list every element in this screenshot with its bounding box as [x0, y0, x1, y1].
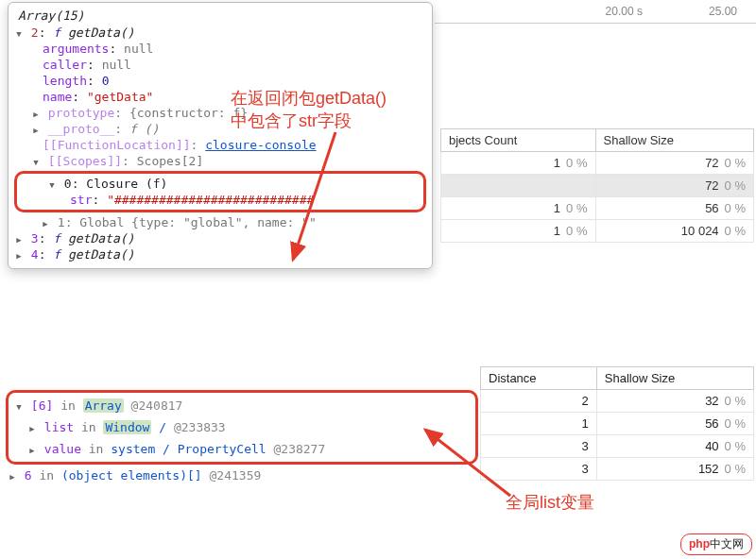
table-row: 10 %560 %	[441, 197, 754, 220]
col-distance[interactable]: Distance	[481, 367, 597, 390]
in-keyword: in	[89, 442, 104, 456]
prop-value: null	[102, 58, 131, 72]
in-keyword: in	[39, 468, 54, 483]
prop-caller: caller: null	[14, 57, 426, 73]
prop-arguments: arguments: null	[14, 41, 426, 57]
expand-toggle-icon[interactable]	[47, 177, 57, 191]
function-keyword: f	[53, 231, 60, 246]
in-keyword: in	[81, 420, 96, 434]
highlighted-closure-scope: 0: Closure (f) str: "###################…	[14, 171, 426, 212]
table-row: 3400 %	[481, 435, 754, 458]
object-inspector-popup: Array(15) 2: f getData() arguments: null…	[8, 2, 433, 269]
array-index: 4	[31, 247, 39, 262]
retainers-table[interactable]: Distance Shallow Size 2320 % 1560 % 3400…	[480, 366, 754, 481]
logo-text: 中文网	[710, 537, 744, 551]
expand-toggle-icon[interactable]	[14, 247, 24, 262]
timeline-ruler: 20.00 s 25.00	[435, 0, 756, 24]
scope-0[interactable]: 0: Closure (f)	[21, 176, 420, 192]
prop-key: caller	[43, 58, 87, 72]
array-entry-3[interactable]: 3: f getData()	[14, 230, 426, 246]
scope-1[interactable]: 1: Global {type: "global", name: ""	[14, 214, 426, 230]
expand-toggle-icon[interactable]	[31, 106, 41, 120]
prop-key: length	[43, 74, 87, 88]
retainer-key: 6	[25, 468, 32, 483]
prop-key: __proto__	[48, 122, 114, 136]
object-link[interactable]: system / PropertyCell	[111, 442, 266, 456]
retainer-row[interactable]: list in Window / @233833	[12, 416, 472, 438]
watermark-logo: php中文网	[680, 534, 752, 555]
table-row: 10 %720 %	[441, 152, 754, 175]
array-entry-2[interactable]: 2: f getData()	[14, 25, 426, 41]
timeline-tick: 20.00 s	[606, 5, 643, 18]
retainer-index: [6]	[31, 398, 53, 413]
prop-scopes[interactable]: [[Scopes]]: Scopes[2]	[14, 153, 426, 169]
prop-value: null	[124, 42, 153, 56]
array-index: 2	[31, 25, 39, 40]
col-objects-count[interactable]: bjects Count	[441, 129, 596, 152]
object-link[interactable]: Window	[103, 420, 151, 434]
function-name: getData()	[68, 25, 134, 40]
expand-toggle-icon[interactable]	[14, 25, 24, 40]
annotation-closure-note: 在返回闭包getData() 中包含了str字段	[231, 87, 387, 132]
retainer-key: list	[44, 420, 74, 434]
prop-value: Scopes[2]	[137, 154, 203, 168]
expand-toggle-icon[interactable]	[8, 468, 17, 483]
prop-value: f ()	[129, 122, 159, 136]
expand-toggle-icon[interactable]	[14, 231, 24, 246]
object-id: @233833	[174, 420, 226, 434]
table-row: 31520 %	[481, 458, 754, 481]
prop-key: [[FunctionLocation]]	[43, 138, 191, 152]
prop-key: arguments	[43, 42, 109, 56]
in-keyword: in	[60, 398, 76, 413]
retainer-key: value	[44, 442, 81, 456]
prop-key: str	[70, 193, 92, 207]
annotation-global-list: 全局list变量	[506, 491, 594, 514]
prop-key: name	[43, 90, 72, 104]
prop-value: "getData"	[87, 90, 153, 104]
expand-toggle-icon[interactable]	[31, 122, 41, 136]
expand-toggle-icon[interactable]	[41, 215, 50, 229]
highlighted-retainer-group: [6] in Array @240817 list in Window / @2…	[6, 390, 478, 465]
table-row: 1560 %	[481, 413, 754, 435]
scope-label: 1: Global {type: "global", name: ""	[58, 215, 317, 229]
table-row: 720 %	[441, 175, 754, 197]
prop-key: prototype	[48, 106, 114, 120]
source-link[interactable]: closure-console	[205, 138, 316, 152]
prop-value: 0	[102, 74, 110, 88]
retainers-tree[interactable]: [6] in Array @240817 list in Window / @2…	[6, 390, 478, 486]
object-link[interactable]: (object elements)[]	[61, 468, 202, 483]
expand-toggle-icon[interactable]	[27, 442, 37, 456]
array-entry-4[interactable]: 4: f getData()	[14, 246, 426, 263]
scope-label: 0: Closure (f)	[64, 177, 168, 191]
prop-value: "###########################	[107, 193, 314, 207]
col-shallow-size[interactable]: Shallow Size	[595, 129, 754, 152]
expand-toggle-icon[interactable]	[31, 154, 41, 168]
expand-toggle-icon[interactable]	[14, 398, 24, 413]
table-row: 2320 %	[481, 390, 754, 413]
function-name: getData()	[68, 247, 134, 262]
memory-summary-table[interactable]: bjects Count Shallow Size 10 %720 % 720 …	[440, 128, 754, 243]
object-id: @238277	[273, 442, 325, 456]
object-link[interactable]: Array	[83, 398, 124, 413]
function-name: getData()	[68, 231, 134, 246]
scope-0-str: str: "###########################	[21, 192, 420, 208]
function-keyword: f	[53, 25, 60, 40]
table-row: 10 %10 0240 %	[441, 220, 754, 243]
prop-function-location: [[FunctionLocation]]: closure-console	[14, 137, 426, 153]
object-id: @241359	[210, 468, 262, 483]
prop-key: [[Scopes]]	[48, 154, 122, 168]
expand-toggle-icon[interactable]	[27, 420, 37, 434]
object-id: @240817	[131, 398, 183, 413]
col-shallow-size[interactable]: Shallow Size	[596, 367, 753, 390]
array-index: 3	[31, 231, 39, 246]
retainer-row[interactable]: [6] in Array @240817	[12, 395, 472, 416]
retainer-row[interactable]: value in system / PropertyCell @238277	[12, 438, 472, 460]
popup-title: Array(15)	[14, 7, 426, 25]
logo-brand: php	[689, 537, 710, 551]
retainer-row[interactable]: 6 in (object elements)[] @241359	[6, 465, 478, 486]
timeline-tick: 25.00	[709, 5, 737, 18]
function-keyword: f	[53, 247, 60, 262]
